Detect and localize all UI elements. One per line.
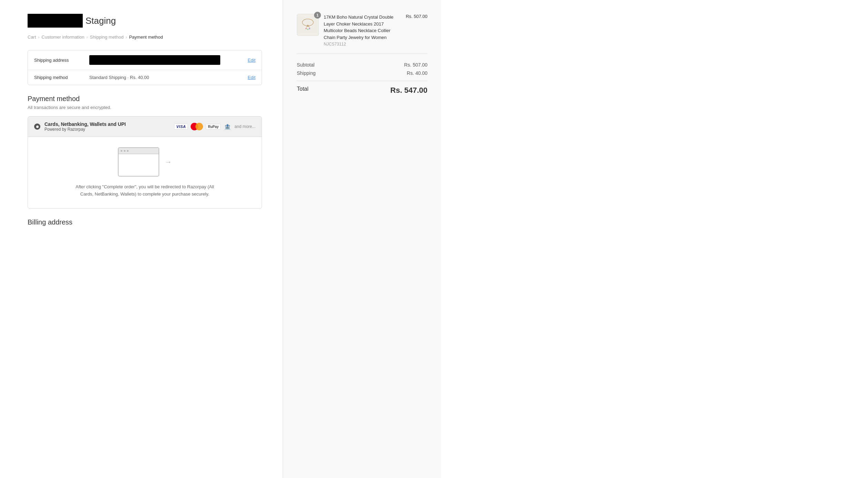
browser-dot-1 bbox=[121, 150, 122, 152]
total-row: Total Rs. 547.00 bbox=[297, 81, 427, 95]
redirect-arrow-icon: → bbox=[165, 158, 172, 166]
payment-powered-by: Powered by Razorpay bbox=[44, 127, 174, 132]
shipping-label: Shipping bbox=[297, 70, 316, 76]
redirect-illustration: → bbox=[118, 147, 172, 177]
payment-info: Cards, Netbanking, Wallets and UPI Power… bbox=[44, 121, 174, 132]
shipping-address-row: Shipping address Edit bbox=[28, 50, 262, 70]
visa-icon-wrapper: VISA bbox=[174, 122, 188, 131]
subtotal-value: Rs. 507.00 bbox=[404, 62, 427, 68]
browser-dot-3 bbox=[127, 150, 129, 152]
visa-icon: VISA bbox=[174, 123, 188, 130]
browser-bar bbox=[119, 148, 159, 154]
chevron-icon-3: › bbox=[125, 35, 127, 40]
shipping-method-label: Shipping method bbox=[34, 75, 89, 80]
product-price: Rs. 507.00 bbox=[406, 14, 427, 19]
svg-line-3 bbox=[309, 26, 310, 28]
order-summary-panel: 1 17KM Boho Natural Crystal Double Layer… bbox=[283, 0, 441, 478]
breadcrumb-shipping-method[interactable]: Shipping method bbox=[90, 34, 124, 40]
rupay-icon: RuPay bbox=[206, 124, 221, 130]
breadcrumb: Cart › Customer information › Shipping m… bbox=[28, 34, 262, 40]
redirect-description: After clicking "Complete order", you wil… bbox=[72, 183, 217, 198]
product-row: 1 17KM Boho Natural Crystal Double Layer… bbox=[297, 14, 427, 54]
radio-inner bbox=[36, 126, 39, 128]
mc-circle-right bbox=[195, 123, 203, 130]
subtotal-label: Subtotal bbox=[297, 62, 314, 68]
payment-redirect-body: → After clicking "Complete order", you w… bbox=[28, 137, 262, 208]
breadcrumb-cart[interactable]: Cart bbox=[28, 34, 36, 40]
svg-point-1 bbox=[307, 25, 309, 27]
total-label: Total bbox=[297, 86, 309, 95]
payment-option-name: Cards, Netbanking, Wallets and UPI bbox=[44, 121, 174, 127]
payment-card: Cards, Netbanking, Wallets and UPI Power… bbox=[28, 116, 262, 209]
browser-window-icon bbox=[118, 147, 159, 177]
product-sku: NJCS73112 bbox=[324, 42, 401, 47]
powered-by-label: Powered by bbox=[44, 127, 66, 132]
necklace-illustration bbox=[299, 16, 316, 33]
billing-address-section: Billing address bbox=[28, 218, 262, 226]
product-image-wrapper: 1 bbox=[297, 14, 319, 36]
mastercard-icon bbox=[191, 123, 203, 130]
product-quantity-badge: 1 bbox=[314, 12, 321, 19]
logo bbox=[28, 14, 83, 28]
browser-dot-2 bbox=[124, 150, 125, 152]
svg-point-4 bbox=[305, 28, 307, 29]
total-amount: Rs. 547.00 bbox=[390, 86, 427, 95]
svg-line-2 bbox=[306, 26, 307, 28]
rupay-icon-wrapper: RuPay bbox=[206, 122, 221, 131]
payment-option-header[interactable]: Cards, Netbanking, Wallets and UPI Power… bbox=[28, 117, 262, 137]
payment-icons: VISA RuPay 🏦 and more... bbox=[174, 122, 255, 131]
site-title: Staging bbox=[85, 16, 116, 26]
chevron-icon-2: › bbox=[87, 35, 88, 40]
shipping-row: Shipping Rs. 40.00 bbox=[297, 70, 427, 76]
breadcrumb-customer-info[interactable]: Customer information bbox=[42, 34, 84, 40]
shipping-method-value: Standard Shipping · Rs. 40.00 bbox=[89, 75, 248, 80]
breadcrumb-payment-method: Payment method bbox=[129, 34, 163, 40]
product-details: 17KM Boho Natural Crystal Double Layer C… bbox=[324, 14, 401, 47]
billing-address-title: Billing address bbox=[28, 218, 262, 226]
payment-method-section: Payment method All transactions are secu… bbox=[28, 95, 262, 209]
shipping-value: Rs. 40.00 bbox=[407, 70, 427, 76]
payment-provider: Razorpay bbox=[68, 127, 85, 132]
shipping-method-row: Shipping method Standard Shipping · Rs. … bbox=[28, 70, 262, 85]
order-totals: Subtotal Rs. 507.00 Shipping Rs. 40.00 T… bbox=[297, 62, 427, 95]
subtotal-row: Subtotal Rs. 507.00 bbox=[297, 62, 427, 68]
svg-point-5 bbox=[309, 28, 310, 29]
payment-method-subtitle: All transactions are secure and encrypte… bbox=[28, 105, 262, 110]
shipping-address-value bbox=[89, 55, 248, 65]
payment-method-title: Payment method bbox=[28, 95, 262, 103]
svg-point-6 bbox=[307, 29, 309, 30]
summary-box: Shipping address Edit Shipping method St… bbox=[28, 50, 262, 85]
shipping-method-edit-button[interactable]: Edit bbox=[248, 75, 255, 80]
redacted-address bbox=[89, 55, 220, 65]
payment-radio-button[interactable] bbox=[34, 123, 40, 130]
chevron-icon-1: › bbox=[38, 35, 40, 40]
more-options-text: and more... bbox=[234, 124, 255, 129]
shipping-address-edit-button[interactable]: Edit bbox=[248, 58, 255, 63]
header: Staging bbox=[28, 14, 262, 28]
shipping-address-label: Shipping address bbox=[34, 58, 89, 63]
bank-icon: 🏦 bbox=[223, 123, 232, 130]
product-name: 17KM Boho Natural Crystal Double Layer C… bbox=[324, 14, 401, 41]
